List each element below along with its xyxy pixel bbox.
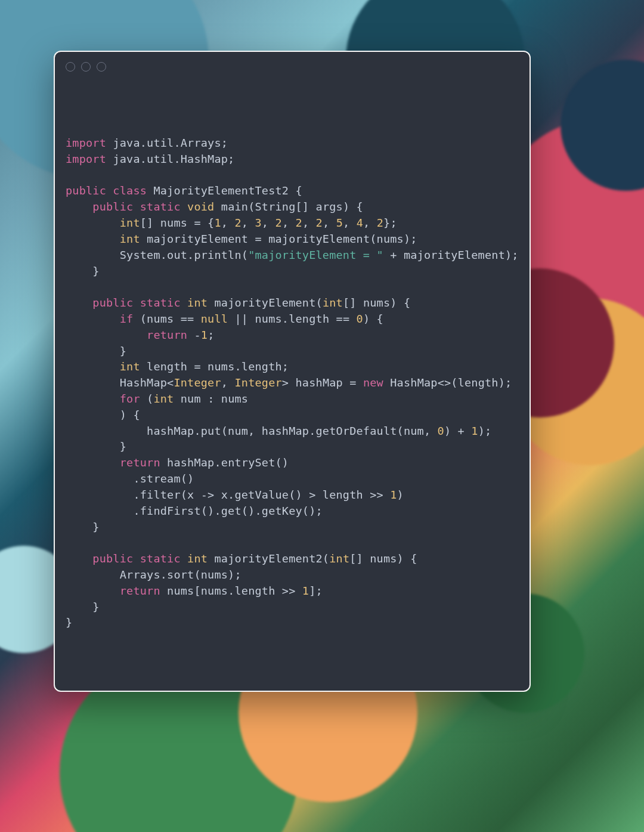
code-token: ,: [343, 216, 357, 229]
code-token: [66, 296, 92, 309]
code-line: }: [66, 599, 519, 616]
code-token: + majorityElement);: [383, 249, 519, 261]
code-token: majorityElement = majorityElement(nums);: [147, 233, 417, 245]
code-token: 0: [438, 425, 444, 437]
code-token: 1: [201, 329, 208, 341]
code-token: public static: [92, 552, 187, 565]
code-line: import java.util.HashMap;: [66, 151, 519, 168]
window-maximize-button[interactable]: [97, 62, 106, 72]
code-token: > hashMap =: [282, 376, 363, 389]
code-token: 4: [357, 216, 363, 229]
code-editor-window: import java.util.Arrays;import java.util…: [54, 51, 531, 692]
code-token: int: [323, 296, 343, 309]
code-token: .stream(): [66, 472, 194, 485]
code-token: 2: [377, 216, 383, 229]
code-token: if: [120, 313, 140, 325]
code-token: int: [329, 552, 349, 565]
code-token: ,: [282, 216, 296, 229]
code-token: public static: [92, 200, 187, 213]
code-token: Integer: [234, 376, 281, 389]
code-line: .findFirst().get().getKey();: [66, 503, 519, 519]
code-line: }: [66, 264, 519, 280]
code-token: [] nums) {: [349, 552, 417, 565]
code-line: public static void main(String[] args) {: [66, 199, 519, 215]
code-token: 2: [234, 216, 241, 229]
code-line: int majorityElement = majorityElement(nu…: [66, 231, 519, 248]
code-token: 1: [471, 425, 478, 437]
code-token: new: [363, 376, 390, 389]
code-token: ,: [363, 216, 377, 229]
code-token: .findFirst().get().getKey();: [66, 505, 323, 517]
code-token: }: [66, 521, 100, 533]
code-token: 0: [357, 313, 363, 325]
code-token: ];: [309, 584, 323, 597]
code-token: 1: [302, 584, 309, 597]
code-token: [66, 329, 147, 341]
code-token: [66, 313, 120, 325]
code-token: ): [397, 488, 404, 501]
code-token: "majorityElement = ": [248, 249, 383, 261]
code-line: import java.util.Arrays;: [66, 135, 519, 151]
code-token: HashMap<>(length);: [390, 376, 512, 389]
code-token: int: [153, 392, 180, 405]
code-line: }: [66, 615, 519, 631]
code-line: .stream(): [66, 471, 519, 487]
code-line: if (nums == null || nums.length == 0) {: [66, 311, 519, 327]
code-token: int: [120, 360, 147, 373]
code-token: java.util.Arrays;: [113, 137, 228, 149]
code-token: (: [248, 200, 255, 213]
code-token: void: [187, 200, 221, 213]
code-line: for (int num : nums: [66, 391, 519, 407]
code-token: public class: [66, 184, 153, 197]
code-token: public static: [92, 296, 187, 309]
code-token: hashMap.entrySet(): [167, 456, 289, 469]
window-close-button[interactable]: [66, 62, 75, 72]
code-token: [] args) {: [296, 200, 363, 213]
code-token: String: [255, 200, 296, 213]
code-line: return nums[nums.length >> 1];: [66, 583, 519, 599]
code-content[interactable]: import java.util.Arrays;import java.util…: [55, 82, 530, 645]
code-token: .filter(x -> x.getValue() > length >>: [66, 488, 390, 501]
code-token: ,: [221, 216, 235, 229]
code-token: [] nums) {: [343, 296, 410, 309]
code-line: [66, 168, 519, 184]
code-token: 1: [214, 216, 221, 229]
code-token: }: [66, 601, 100, 613]
code-token: majorityElement2(: [214, 552, 329, 565]
code-token: 2: [316, 216, 323, 229]
code-line: HashMap<Integer, Integer> hashMap = new …: [66, 375, 519, 391]
code-token: }: [66, 616, 72, 629]
code-token: [66, 200, 92, 213]
code-token: [] nums = {: [140, 216, 215, 229]
code-line: Arrays.sort(nums);: [66, 567, 519, 583]
code-token: null: [201, 313, 235, 325]
code-token: Arrays.sort(nums);: [66, 568, 242, 581]
code-line: }: [66, 344, 519, 360]
code-token: return: [120, 584, 167, 597]
code-token: for: [120, 392, 147, 405]
code-token: || nums.length ==: [234, 313, 356, 325]
code-line: [66, 535, 519, 551]
code-token: int: [120, 216, 140, 229]
code-line: int[] nums = {1, 2, 3, 2, 2, 2, 5, 4, 2}…: [66, 215, 519, 231]
code-token: [66, 392, 120, 405]
code-token: 2: [275, 216, 282, 229]
code-token: 1: [390, 488, 397, 501]
window-minimize-button[interactable]: [81, 62, 91, 72]
code-token: majorityElement(: [214, 296, 322, 309]
code-token: }: [66, 345, 126, 357]
code-token: import: [66, 153, 113, 165]
code-token: HashMap<: [66, 376, 174, 389]
code-token: System.out.println(: [66, 249, 248, 261]
code-token: };: [383, 216, 397, 229]
code-token: ;: [208, 329, 214, 341]
code-token: ,: [242, 216, 255, 229]
code-token: ) {: [66, 409, 140, 421]
code-token: int: [187, 296, 214, 309]
code-line: ) {: [66, 407, 519, 423]
code-token: }: [66, 265, 100, 277]
code-token: ,: [302, 216, 316, 229]
code-line: }: [66, 519, 519, 536]
code-line: hashMap.put(num, hashMap.getOrDefault(nu…: [66, 423, 519, 440]
code-token: java.util.HashMap;: [113, 153, 234, 165]
